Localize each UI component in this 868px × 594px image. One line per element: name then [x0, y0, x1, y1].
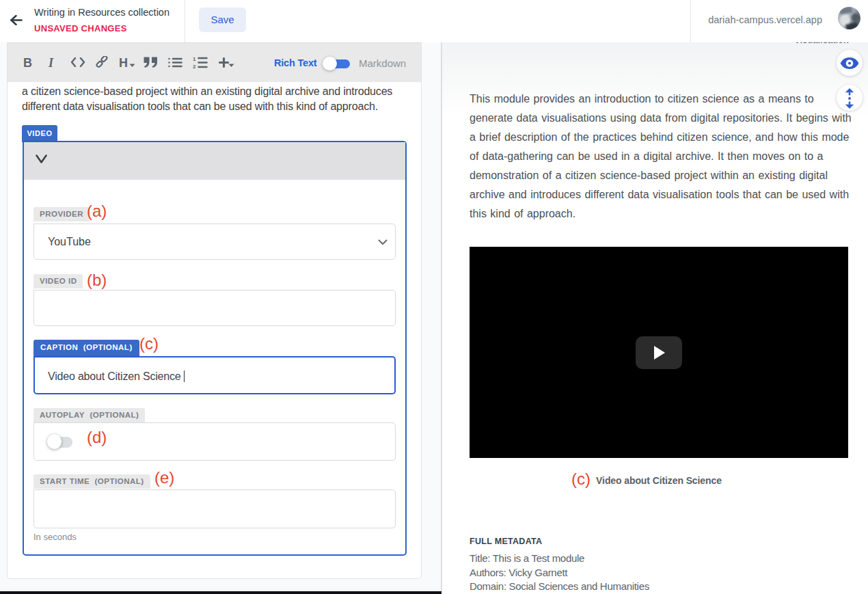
- svg-text:2: 2: [193, 64, 196, 69]
- svg-text:1: 1: [193, 56, 196, 62]
